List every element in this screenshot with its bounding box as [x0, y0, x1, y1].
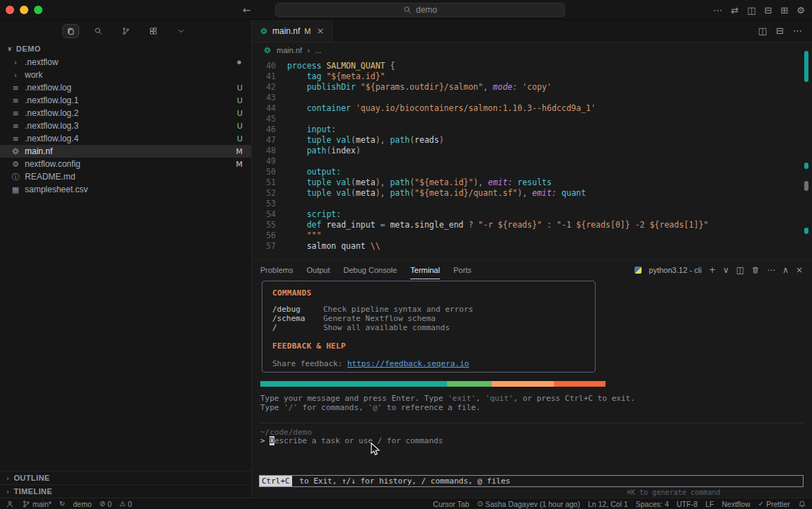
cursor-position-status[interactable]: Ln 12, Col 1	[588, 500, 628, 508]
terminal-hint-line: Type '/' for commands, '@' to reference …	[260, 403, 480, 412]
file-icon: ≡	[10, 135, 21, 143]
file-row[interactable]: ›.nextflow●	[0, 56, 251, 69]
panel-tab-output[interactable]: Output	[306, 261, 330, 279]
settings-icon[interactable]: ⚙	[796, 6, 805, 15]
feedback-link[interactable]: https://feedback.seqera.io	[347, 359, 469, 368]
branch-status[interactable]: main*	[22, 500, 52, 508]
search-value: demo	[416, 5, 437, 15]
terminal-content[interactable]: COMMANDS /debugCheck pipeline syntax and…	[252, 279, 812, 498]
editor-more-icon[interactable]: ⋯	[793, 26, 802, 35]
command-description: Generate Nextflow schema	[323, 315, 436, 323]
source-control-icon[interactable]	[117, 24, 134, 38]
terminal-hint-line: Type your message and press Enter. Type …	[260, 394, 635, 403]
window-close-button[interactable]	[6, 6, 14, 14]
panel-tab-terminal[interactable]: Terminal	[410, 261, 440, 279]
file-row[interactable]: ≡.nextflow.log.2U	[0, 107, 251, 119]
line-number: 42	[252, 82, 276, 93]
git-blame-status[interactable]: ⊙Sasha Dagayev (1 hour ago)	[477, 500, 581, 508]
panel-tab-problems[interactable]: Problems	[260, 261, 293, 279]
file-row[interactable]: ›work	[0, 69, 251, 81]
file-row[interactable]: main.nfM	[0, 145, 251, 158]
file-row[interactable]: ≡.nextflow.log.4U	[0, 132, 251, 145]
terminal-picker-chevron-icon[interactable]: ∨	[723, 266, 729, 274]
breadcrumb-item[interactable]: main.nf	[277, 46, 302, 54]
file-row[interactable]: ▦samplesheet.csv	[0, 183, 251, 196]
scroll-mark	[804, 181, 808, 191]
csv-icon: ▦	[10, 186, 21, 194]
terminal-profile-label[interactable]: python3.12 - cli	[649, 266, 702, 274]
extensions-icon[interactable]	[145, 24, 162, 38]
explorer-icon[interactable]	[62, 24, 79, 38]
new-terminal-icon[interactable]: +	[709, 266, 716, 274]
file-name: README.md	[25, 172, 75, 182]
chevron-right-icon: ›	[6, 488, 9, 496]
timeline-section[interactable]: › TIMELINE	[0, 484, 251, 498]
encoding-status[interactable]: UTF-8	[676, 500, 697, 508]
search-icon	[403, 6, 412, 14]
language-status[interactable]: Nextflow	[722, 500, 750, 508]
maximize-panel-icon[interactable]: ∧	[782, 266, 789, 274]
close-panel-icon[interactable]: ×	[796, 266, 803, 274]
markdown-icon: ⓘ	[10, 173, 21, 181]
tab-close-icon[interactable]: ×	[317, 25, 325, 36]
panel-tab-ports[interactable]: Ports	[453, 261, 472, 279]
errors-status[interactable]: ⊘0	[100, 500, 112, 508]
kill-terminal-icon[interactable]	[751, 266, 760, 274]
command-center-search[interactable]: demo	[275, 3, 565, 17]
toggle-primary-sidebar-icon[interactable]: ◫	[747, 6, 755, 15]
terminal-prompt[interactable]: > Describe a task or use / for commands	[260, 436, 443, 445]
scroll-mark	[804, 228, 808, 234]
chevron-right-icon: ›	[10, 71, 21, 79]
explorer-section-header[interactable]: ∨ DEMO	[0, 42, 251, 56]
overview-ruler[interactable]	[801, 42, 812, 260]
file-icon: ≡	[10, 97, 21, 105]
split-terminal-icon[interactable]: ◫	[736, 266, 744, 274]
search-icon[interactable]	[90, 24, 107, 38]
file-row[interactable]: ⓘREADME.md	[0, 170, 251, 183]
file-row[interactable]: ⚙nextflow.configM	[0, 158, 251, 170]
git-status-badge: M	[236, 160, 243, 169]
outline-section[interactable]: › OUTLINE	[0, 471, 251, 484]
code-line: 57 salmon quant \\	[252, 241, 812, 252]
more-icon[interactable]: ⋯	[713, 6, 722, 15]
code-line: 45	[252, 114, 812, 124]
toggle-centered-layout-icon[interactable]: ⇄	[731, 6, 738, 15]
app-window: { "glyphs": { "plus":"+", "down":"∨", "u…	[0, 0, 812, 509]
breadcrumb-item[interactable]: ...	[315, 46, 321, 54]
indentation-status[interactable]: Spaces: 4	[636, 500, 669, 508]
cursor-tab-status[interactable]: Cursor Tab	[433, 500, 469, 508]
toggle-layout-icon[interactable]: ⊟	[776, 26, 784, 35]
file-row[interactable]: ≡.nextflow.logU	[0, 81, 251, 94]
split-editor-icon[interactable]: ◫	[758, 26, 767, 35]
code-editor[interactable]: 40process SALMON_QUANT {41 tag "${meta.i…	[252, 58, 812, 252]
eol-status[interactable]: LF	[705, 500, 714, 508]
tab-main-nf[interactable]: main.nf M ×	[252, 20, 332, 42]
warnings-status[interactable]: ⚠0	[120, 500, 132, 508]
panel-tab-debug-console[interactable]: Debug Console	[344, 261, 398, 279]
prettier-status[interactable]: ✓Prettier	[758, 500, 790, 508]
remote-user-status[interactable]	[6, 500, 14, 508]
file-name: nextflow.config	[25, 159, 81, 169]
customize-layout-icon[interactable]: ⊞	[780, 6, 788, 15]
breadcrumb[interactable]: main.nf › ...	[252, 42, 812, 58]
panel-tabbar: ProblemsOutputDebug ConsoleTerminalPorts…	[252, 261, 812, 279]
file-row[interactable]: ≡.nextflow.log.3U	[0, 119, 251, 132]
sync-status[interactable]: ↻	[59, 501, 65, 508]
window-minimize-button[interactable]	[20, 6, 28, 14]
toggle-panel-icon[interactable]: ⊟	[765, 6, 772, 15]
line-number: 48	[252, 146, 276, 156]
window-zoom-button[interactable]	[34, 6, 42, 14]
more-actions-icon[interactable]: ⋯	[767, 266, 775, 274]
tab-modified-badge: M	[304, 27, 311, 35]
line-number: 54	[252, 209, 276, 220]
generate-command-hint: ⌘K to generate command	[627, 488, 720, 496]
prompt-placeholder: escribe a task or use / for commands	[274, 436, 443, 445]
notifications-status[interactable]	[798, 500, 806, 508]
git-branch-icon	[22, 500, 30, 508]
file-row[interactable]: ≡.nextflow.log.1U	[0, 94, 251, 107]
back-icon[interactable]: ←	[243, 4, 251, 16]
terminal-command-row: /schemaGenerate Nextflow schema	[272, 315, 585, 323]
workspace-label[interactable]: demo	[73, 500, 91, 508]
feedback-label: Share feedback:	[272, 359, 347, 368]
views-chevron-icon[interactable]	[173, 24, 190, 38]
